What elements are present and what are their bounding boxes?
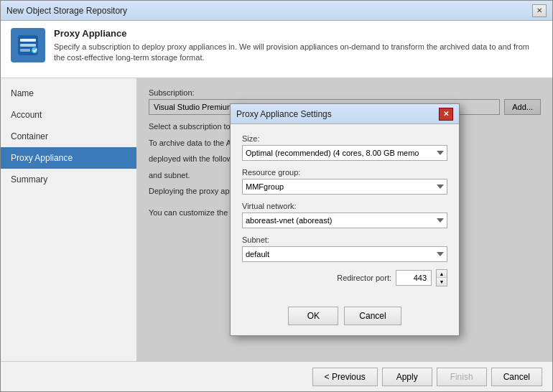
modal-close-button[interactable]: ✕ <box>439 108 453 121</box>
content-area: Name Account Container Proxy Appliance S… <box>1 78 552 361</box>
subnet-select[interactable]: default <box>242 246 447 262</box>
sidebar-item-summary[interactable]: Summary <box>1 169 136 190</box>
main-content: Subscription: Add... Select a subscripti… <box>137 78 552 361</box>
redirector-port-row: Redirector port: ▲ ▼ <box>242 269 447 286</box>
header-area: Proxy Appliance Specify a subscription t… <box>1 21 552 78</box>
sidebar: Name Account Container Proxy Appliance S… <box>1 78 137 361</box>
proxy-appliance-icon <box>11 28 45 62</box>
apply-button[interactable]: Apply <box>382 368 432 386</box>
previous-button[interactable]: < Previous <box>312 368 378 386</box>
header-title: Proxy Appliance <box>54 28 542 39</box>
spinner-up-button[interactable]: ▲ <box>437 270 447 278</box>
redirector-port-spinner: ▲ ▼ <box>436 269 447 286</box>
size-field: Size: Optimal (recommended) (4 cores, 8.… <box>242 134 447 161</box>
footer: < Previous Apply Finish Cancel <box>1 361 552 391</box>
main-window: New Object Storage Repository ✕ Proxy Ap… <box>0 0 553 392</box>
finish-button[interactable]: Finish <box>437 368 487 386</box>
modal-footer: OK Cancel <box>231 299 459 335</box>
modal-title: Proxy Appliance Settings <box>236 109 332 119</box>
resource-group-select[interactable]: MMFgroup <box>242 179 447 195</box>
proxy-appliance-settings-dialog: Proxy Appliance Settings ✕ Size: Optimal… <box>230 103 460 336</box>
window-close-button[interactable]: ✕ <box>532 4 547 17</box>
svg-rect-3 <box>20 49 30 52</box>
modal-cancel-button[interactable]: Cancel <box>344 307 401 325</box>
size-select[interactable]: Optimal (recommended) (4 cores, 8.00 GB … <box>242 145 447 161</box>
sidebar-item-proxy-appliance[interactable]: Proxy Appliance <box>1 147 136 169</box>
resource-group-label: Resource group: <box>242 168 447 177</box>
sidebar-item-container[interactable]: Container <box>1 126 136 147</box>
virtual-network-field: Virtual network: aboreast-vnet (aboreast… <box>242 202 447 228</box>
sidebar-item-name[interactable]: Name <box>1 83 136 104</box>
modal-body: Size: Optimal (recommended) (4 cores, 8.… <box>231 124 459 299</box>
size-label: Size: <box>242 134 447 143</box>
cancel-button[interactable]: Cancel <box>491 368 542 386</box>
subnet-label: Subnet: <box>242 235 447 244</box>
spinner-down-button[interactable]: ▼ <box>437 278 447 286</box>
svg-rect-2 <box>20 44 36 47</box>
modal-ok-button[interactable]: OK <box>288 307 338 325</box>
virtual-network-label: Virtual network: <box>242 202 447 210</box>
subnet-field: Subnet: default <box>242 235 447 262</box>
window-title: New Object Storage Repository <box>6 6 127 16</box>
header-text: Proxy Appliance Specify a subscription t… <box>54 28 542 64</box>
sidebar-item-account[interactable]: Account <box>1 104 136 126</box>
modal-title-bar: Proxy Appliance Settings ✕ <box>231 104 459 124</box>
redirector-port-input[interactable] <box>396 270 432 286</box>
title-bar: New Object Storage Repository ✕ <box>1 1 552 21</box>
resource-group-field: Resource group: MMFgroup <box>242 168 447 195</box>
virtual-network-select[interactable]: aboreast-vnet (aboreast) <box>242 213 447 228</box>
redirector-port-label: Redirector port: <box>337 274 391 282</box>
svg-rect-1 <box>20 39 36 42</box>
modal-overlay: Proxy Appliance Settings ✕ Size: Optimal… <box>137 78 552 361</box>
header-description: Specify a subscription to deploy proxy a… <box>54 42 542 64</box>
